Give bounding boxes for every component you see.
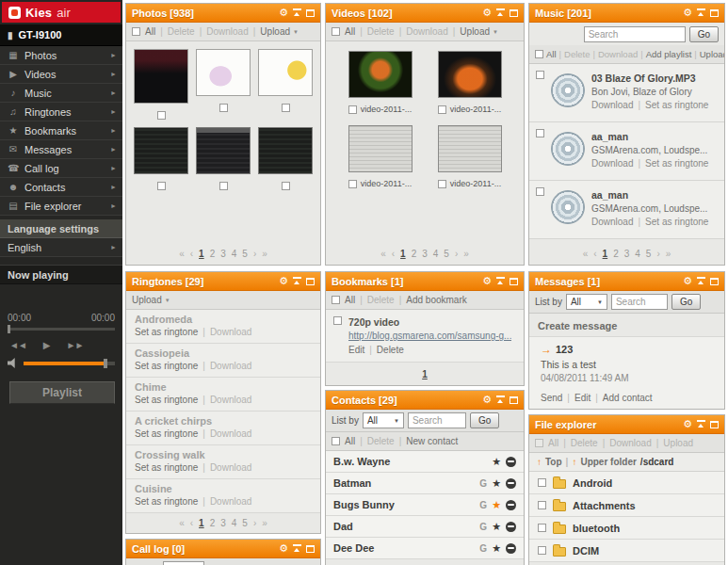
delete-link[interactable]: Delete — [377, 345, 404, 355]
download-link[interactable]: Download — [591, 217, 633, 227]
select-all-checkbox[interactable] — [535, 50, 543, 58]
page-number[interactable]: 5 — [242, 518, 248, 528]
ringtone-item[interactable]: Andromeda Set as ringtoneDownload — [126, 310, 320, 344]
next-page-button[interactable]: › — [253, 249, 256, 259]
popup-window-icon[interactable] — [710, 421, 719, 428]
select-all-checkbox[interactable] — [535, 439, 543, 447]
music-search-go-button[interactable]: Go — [689, 26, 719, 42]
send-link[interactable]: Send — [541, 393, 562, 403]
page-number[interactable]: 3 — [624, 249, 630, 259]
collapse-icon[interactable] — [496, 396, 505, 404]
settings-gear-icon[interactable]: ⚙ — [482, 276, 492, 286]
set-ringtone-link[interactable]: Set as ringtone — [135, 395, 198, 405]
video-checkbox[interactable] — [348, 180, 357, 188]
settings-gear-icon[interactable]: ⚙ — [482, 8, 492, 18]
contact-row[interactable]: Bugs Bunny G ★ — [326, 494, 524, 516]
page-number[interactable]: 1 — [400, 249, 406, 259]
prev-page-button[interactable]: ‹ — [593, 249, 596, 259]
bookmark-url[interactable]: http://blog.gsmarena.com/samsung-g... — [348, 331, 511, 341]
next-track-button[interactable]: ►► — [67, 340, 84, 350]
photo-thumbnail[interactable] — [196, 127, 251, 174]
all-button[interactable]: All — [145, 26, 155, 37]
popup-window-icon[interactable] — [710, 278, 719, 285]
page-number[interactable]: 4 — [232, 249, 237, 259]
photo-thumbnail[interactable] — [134, 49, 188, 104]
seek-handle[interactable] — [8, 325, 10, 333]
select-all-checkbox[interactable] — [332, 437, 340, 445]
folder-checkbox[interactable] — [538, 478, 546, 487]
folder-row[interactable]: Attachments — [529, 494, 724, 517]
page-number[interactable]: 1 — [603, 249, 608, 259]
favorite-star-icon[interactable]: ★ — [492, 521, 501, 533]
ringtone-item[interactable]: Chime Set as ringtoneDownload — [126, 378, 320, 412]
contact-row[interactable]: Batman G ★ — [326, 473, 524, 494]
next-page-button[interactable]: › — [253, 518, 256, 528]
first-page-button[interactable]: « — [179, 518, 185, 528]
favorite-star-icon[interactable]: ★ — [492, 499, 501, 511]
page-number[interactable]: 5 — [242, 249, 248, 259]
page-number[interactable]: 3 — [422, 249, 428, 259]
photo-thumbnail[interactable] — [134, 127, 188, 174]
folder-row[interactable]: bluetooth — [529, 517, 724, 540]
music-item[interactable]: aa_man GSMArena.com, Loudspe... Download… — [529, 181, 724, 239]
all-button[interactable]: All — [345, 26, 355, 37]
select-all-checkbox[interactable] — [332, 296, 340, 304]
folder-row[interactable]: DCIM — [529, 540, 724, 562]
playlist-button[interactable]: Playlist — [9, 381, 115, 404]
remove-contact-icon[interactable] — [506, 543, 516, 554]
create-message-link[interactable]: Create message — [529, 314, 724, 336]
edit-link[interactable]: Edit — [574, 393, 590, 403]
settings-gear-icon[interactable]: ⚙ — [683, 276, 692, 286]
list-by-select[interactable]: All ▼ — [566, 294, 607, 310]
popup-window-icon[interactable] — [306, 278, 315, 285]
language-select-english[interactable]: English ► — [0, 238, 122, 257]
page-number[interactable]: 3 — [220, 518, 226, 528]
settings-gear-icon[interactable]: ⚙ — [482, 395, 492, 405]
popup-window-icon[interactable] — [710, 9, 719, 17]
page-number[interactable]: 1 — [199, 249, 204, 259]
video-thumbnail[interactable] — [438, 51, 502, 98]
sidebar-item-photos[interactable]: ▦ Photos ► — [0, 46, 122, 65]
collapse-icon[interactable] — [496, 277, 505, 285]
set-ringtone-link[interactable]: Set as ringtone — [135, 496, 198, 507]
prev-page-button[interactable]: ‹ — [392, 249, 395, 259]
page-number[interactable]: 2 — [613, 249, 619, 259]
photo-checkbox[interactable] — [157, 182, 166, 190]
page-number[interactable]: 2 — [210, 249, 216, 259]
page-number[interactable]: 4 — [232, 518, 237, 528]
photo-checkbox[interactable] — [219, 182, 228, 190]
photo-checkbox[interactable] — [282, 182, 290, 190]
video-checkbox[interactable] — [438, 180, 446, 188]
settings-gear-icon[interactable]: ⚙ — [683, 419, 692, 429]
edit-link[interactable]: Edit — [348, 345, 364, 355]
volume-handle[interactable] — [104, 359, 107, 368]
select-all-checkbox[interactable] — [132, 27, 140, 36]
favorite-star-icon[interactable]: ★ — [492, 477, 501, 490]
bookmark-item[interactable]: 720p video http://blog.gsmarena.com/sams… — [326, 310, 524, 363]
all-button[interactable]: All — [345, 295, 355, 305]
ringtone-item[interactable]: Cuisine Set as ringtoneDownload — [126, 479, 320, 513]
popup-window-icon[interactable] — [306, 9, 315, 17]
photo-checkbox[interactable] — [282, 104, 290, 112]
bookmarks-panel-header[interactable]: Bookmarks [1] ⚙ — [326, 272, 524, 291]
music-item[interactable]: aa_man GSMArena.com, Loudspe... Download… — [529, 122, 724, 181]
all-button[interactable]: All — [546, 49, 557, 59]
page-number[interactable]: 2 — [210, 518, 216, 528]
top-button[interactable]: Top — [545, 457, 562, 467]
new-contact-button[interactable]: New contact — [406, 436, 458, 446]
file-explorer-panel-header[interactable]: File explorer ⚙ — [529, 415, 724, 434]
popup-window-icon[interactable] — [510, 278, 518, 285]
photos-panel-header[interactable]: Photos [938] ⚙ — [126, 4, 320, 23]
collapse-icon[interactable] — [293, 544, 301, 553]
settings-gear-icon[interactable]: ⚙ — [279, 543, 288, 554]
first-page-button[interactable]: « — [179, 249, 185, 259]
favorite-star-icon[interactable]: ★ — [492, 456, 501, 468]
page-number[interactable]: 1 — [422, 369, 428, 379]
page-number[interactable]: 5 — [444, 249, 449, 259]
page-number[interactable]: 2 — [412, 249, 417, 259]
popup-window-icon[interactable] — [510, 396, 518, 404]
video-thumbnail[interactable] — [438, 125, 502, 172]
play-button[interactable]: ▶ — [43, 340, 50, 350]
upload-button[interactable]: Upload — [132, 295, 170, 305]
all-button[interactable]: All — [345, 436, 355, 446]
